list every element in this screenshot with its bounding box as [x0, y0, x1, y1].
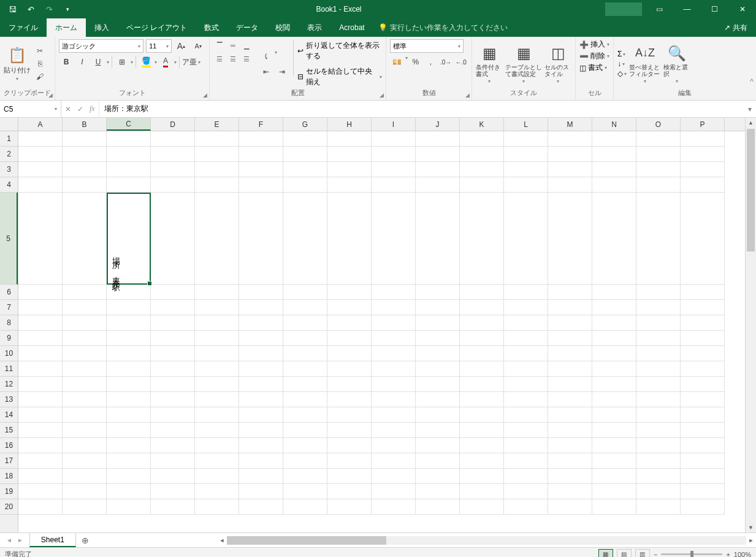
cell-K14[interactable] [460, 407, 504, 423]
cell-D8[interactable] [151, 315, 195, 331]
copy-button[interactable]: ⎘ [33, 58, 47, 69]
cell-O18[interactable] [636, 469, 681, 484]
col-header-M[interactable]: M [548, 118, 592, 131]
cell-O17[interactable] [636, 453, 681, 469]
share-button[interactable]: ↗ 共有 [716, 18, 756, 37]
cell-L16[interactable] [504, 438, 548, 453]
cell-A13[interactable] [18, 392, 63, 407]
indent-increase[interactable]: ⇥ [275, 65, 289, 79]
cell-C11[interactable] [107, 361, 151, 377]
cell-K18[interactable] [460, 469, 504, 484]
cell-G17[interactable] [283, 453, 327, 469]
cell-K4[interactable] [460, 177, 504, 193]
cell-N17[interactable] [592, 453, 636, 469]
cell-L8[interactable] [504, 315, 548, 331]
cell-H17[interactable] [327, 453, 372, 469]
cell-M8[interactable] [548, 315, 592, 331]
cell-B1[interactable] [63, 131, 107, 147]
align-middle[interactable]: ═ [227, 39, 239, 52]
cell-G18[interactable] [283, 469, 327, 484]
cell-O10[interactable] [636, 346, 681, 361]
cell-A4[interactable] [18, 177, 63, 193]
zoom-out-button[interactable]: − [654, 551, 657, 558]
cell-D20[interactable] [151, 499, 195, 515]
cell-M14[interactable] [548, 407, 592, 423]
cell-N14[interactable] [592, 407, 636, 423]
cell-B15[interactable] [63, 423, 107, 438]
row-header-3[interactable]: 3 [0, 162, 18, 177]
bold-button[interactable]: B [59, 55, 74, 69]
col-header-G[interactable]: G [283, 118, 327, 131]
cell-N16[interactable] [592, 438, 636, 453]
row-header-12[interactable]: 12 [0, 377, 18, 392]
cell-O15[interactable] [636, 423, 681, 438]
cell-I12[interactable] [372, 377, 416, 392]
align-center[interactable]: ☰ [227, 53, 239, 65]
cell-M3[interactable] [548, 162, 592, 177]
fill-button[interactable]: ↓▾ [617, 60, 627, 68]
row-header-4[interactable]: 4 [0, 177, 18, 193]
col-header-E[interactable]: E [195, 118, 239, 131]
cancel-formula[interactable]: ✕ [65, 105, 71, 113]
cell-K9[interactable] [460, 331, 504, 346]
cell-C18[interactable] [107, 469, 151, 484]
cell-A17[interactable] [18, 453, 63, 469]
cell-A14[interactable] [18, 407, 63, 423]
clipboard-launcher[interactable]: ◢ [48, 92, 53, 98]
select-all-corner[interactable] [0, 118, 18, 131]
cell-I15[interactable] [372, 423, 416, 438]
cell-P8[interactable] [681, 315, 725, 331]
cell-A3[interactable] [18, 162, 63, 177]
cell-D11[interactable] [151, 361, 195, 377]
cell-J15[interactable] [416, 423, 460, 438]
horizontal-scrollbar[interactable]: ◄ ► [217, 533, 756, 547]
cell-B10[interactable] [63, 346, 107, 361]
cell-P16[interactable] [681, 438, 725, 453]
cell-F4[interactable] [239, 177, 283, 193]
cell-H11[interactable] [327, 361, 372, 377]
cell-P11[interactable] [681, 361, 725, 377]
cell-P18[interactable] [681, 469, 725, 484]
increase-decimal[interactable]: .0→ [439, 55, 453, 69]
cells-area[interactable]: 場所：東京駅 [18, 131, 745, 532]
cell-G3[interactable] [283, 162, 327, 177]
cell-G1[interactable] [283, 131, 327, 147]
cell-H3[interactable] [327, 162, 372, 177]
col-header-F[interactable]: F [239, 118, 283, 131]
cell-B19[interactable] [63, 484, 107, 499]
cell-O8[interactable] [636, 315, 681, 331]
cell-M20[interactable] [548, 499, 592, 515]
cell-K20[interactable] [460, 499, 504, 515]
cell-C19[interactable] [107, 484, 151, 499]
row-header-13[interactable]: 13 [0, 392, 18, 407]
row-header-19[interactable]: 19 [0, 484, 18, 499]
delete-button[interactable]: ➖削除▾ [579, 51, 609, 61]
cell-G7[interactable] [283, 300, 327, 315]
cell-E14[interactable] [195, 407, 239, 423]
cell-I13[interactable] [372, 392, 416, 407]
cell-M17[interactable] [548, 453, 592, 469]
cell-I16[interactable] [372, 438, 416, 453]
cell-O7[interactable] [636, 300, 681, 315]
cell-O6[interactable] [636, 285, 681, 300]
cell-K2[interactable] [460, 147, 504, 162]
col-header-N[interactable]: N [592, 118, 636, 131]
cell-P4[interactable] [681, 177, 725, 193]
cell-J20[interactable] [416, 499, 460, 515]
cell-B20[interactable] [63, 499, 107, 515]
cell-F20[interactable] [239, 499, 283, 515]
font-name-combo[interactable]: 游ゴシック▾ [59, 39, 143, 53]
cell-I2[interactable] [372, 147, 416, 162]
cell-A9[interactable] [18, 331, 63, 346]
close-button[interactable]: ✕ [728, 0, 756, 18]
cell-G8[interactable] [283, 315, 327, 331]
tab-formulas[interactable]: 数式 [196, 18, 227, 37]
cell-C4[interactable] [107, 177, 151, 193]
zoom-in-button[interactable]: + [726, 551, 730, 558]
cell-K6[interactable] [460, 285, 504, 300]
scroll-right-icon[interactable]: ► [746, 537, 756, 544]
row-header-18[interactable]: 18 [0, 469, 18, 484]
cell-F11[interactable] [239, 361, 283, 377]
cell-J11[interactable] [416, 361, 460, 377]
cell-E8[interactable] [195, 315, 239, 331]
